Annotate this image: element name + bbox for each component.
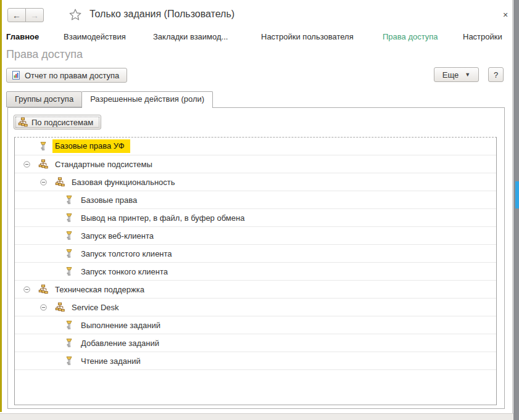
- key-icon: [64, 213, 74, 223]
- tree-row[interactable]: Чтение заданий: [15, 352, 496, 370]
- key-icon: [64, 231, 74, 241]
- key-icon: [64, 356, 74, 366]
- tree-label: Техническая поддержка: [55, 285, 144, 294]
- tree-label-selected: Базовые права УФ: [52, 139, 130, 153]
- roles-icon: [18, 117, 28, 127]
- tree-label: Базовая функциональность: [72, 178, 175, 187]
- tree-row[interactable]: Запуск тонкого клиента: [15, 263, 496, 281]
- forward-arrow-icon: →: [30, 10, 39, 20]
- desktop-edge-strip: [513, 0, 519, 420]
- tab-strip: Группы доступаРазрешенные действия (роли…: [6, 91, 213, 108]
- tree-label: Запуск тонкого клиента: [81, 267, 168, 276]
- roles-tree: Базовые права УФСтандартные подсистемыБа…: [14, 137, 497, 405]
- tree-row[interactable]: Вывод на принтер, в файл, в буфер обмена: [15, 209, 496, 227]
- back-arrow-icon: ←: [12, 10, 21, 20]
- forward-button[interactable]: →: [25, 8, 44, 22]
- key-icon: [64, 338, 74, 348]
- report-button-label: Отчет по правам доступа: [25, 71, 119, 80]
- nav-item-5[interactable]: Права доступа: [383, 32, 438, 41]
- tree-label: Базовые права: [81, 196, 137, 205]
- more-button[interactable]: Еще ▼: [434, 67, 479, 82]
- tab-1[interactable]: Группы доступа: [6, 91, 82, 107]
- tree-row[interactable]: Добавление заданий: [15, 334, 496, 352]
- tree-label: Стандартные подсистемы: [55, 160, 152, 169]
- window-title: Только задания (Пользователь): [89, 9, 235, 20]
- key-icon: [64, 249, 74, 258]
- collapse-minus-icon[interactable]: [23, 286, 30, 293]
- tree-label: Запуск веб-клиента: [81, 231, 154, 241]
- key-icon: [38, 141, 48, 151]
- tab-2[interactable]: Разрешенные действия (роли): [81, 91, 213, 108]
- roles-icon: [55, 302, 65, 312]
- by-subsystems-label: По подсистемам: [31, 118, 93, 127]
- collapse-minus-icon[interactable]: [40, 304, 47, 311]
- nav-item-6[interactable]: Настройки: [463, 32, 502, 41]
- nav-item-2[interactable]: Взаимодействия: [64, 32, 126, 41]
- tree-label: Чтение заданий: [81, 356, 141, 366]
- key-icon: [64, 266, 74, 276]
- tree-row[interactable]: Техническая поддержка: [15, 281, 496, 299]
- tree-row[interactable]: Базовые права УФ: [15, 138, 496, 155]
- back-button[interactable]: ←: [7, 8, 26, 22]
- history-buttons: ← →: [7, 8, 44, 22]
- access-rights-report-button[interactable]: Отчет по правам доступа: [6, 68, 127, 83]
- tree-row[interactable]: Базовые права: [15, 191, 496, 209]
- tree-label: Вывод на принтер, в файл, в буфер обмена: [81, 213, 244, 223]
- tree-label: Service Desk: [72, 303, 119, 312]
- collapse-minus-icon[interactable]: [40, 179, 47, 186]
- window-right-border: [512, 0, 513, 420]
- roles-icon: [38, 284, 48, 294]
- close-icon[interactable]: ×: [499, 7, 512, 21]
- nav-item-3[interactable]: Закладки взаимод...: [153, 32, 228, 41]
- page-title: Права доступа: [6, 48, 83, 61]
- nav-item-4[interactable]: Настройки пользователя: [261, 32, 354, 41]
- window-bottom-edge: [0, 413, 513, 420]
- window-left-accent-stripe: [0, 0, 2, 412]
- key-icon: [64, 320, 74, 330]
- tree-row[interactable]: Стандартные подсистемы: [15, 155, 496, 173]
- more-button-label: Еще: [442, 70, 459, 80]
- tree-label: Добавление заданий: [81, 339, 159, 348]
- tree-row[interactable]: Service Desk: [15, 299, 496, 316]
- report-icon: [11, 70, 21, 80]
- desktop-edge-blue-fragment: [515, 181, 519, 208]
- collapse-minus-icon[interactable]: [23, 161, 30, 168]
- help-button[interactable]: ?: [488, 67, 504, 82]
- chevron-down-icon: ▼: [465, 72, 470, 78]
- tree-row[interactable]: Запуск толстого клиента: [15, 245, 496, 263]
- favorite-star-icon[interactable]: [68, 7, 83, 22]
- tree-row[interactable]: Базовая функциональность: [15, 173, 496, 191]
- roles-icon: [38, 159, 48, 169]
- tree-label: Выполнение заданий: [81, 321, 160, 330]
- roles-icon: [55, 177, 65, 187]
- tree-row[interactable]: Запуск веб-клиента: [15, 227, 496, 245]
- section-nav: ГлавноеВзаимодействияЗакладки взаимод...…: [0, 32, 512, 44]
- nav-item-1[interactable]: Главное: [6, 32, 39, 41]
- key-icon: [64, 195, 74, 205]
- tree-row[interactable]: Выполнение заданий: [15, 316, 496, 334]
- by-subsystems-button[interactable]: По подсистемам: [14, 115, 101, 130]
- tree-label: Запуск толстого клиента: [81, 249, 172, 258]
